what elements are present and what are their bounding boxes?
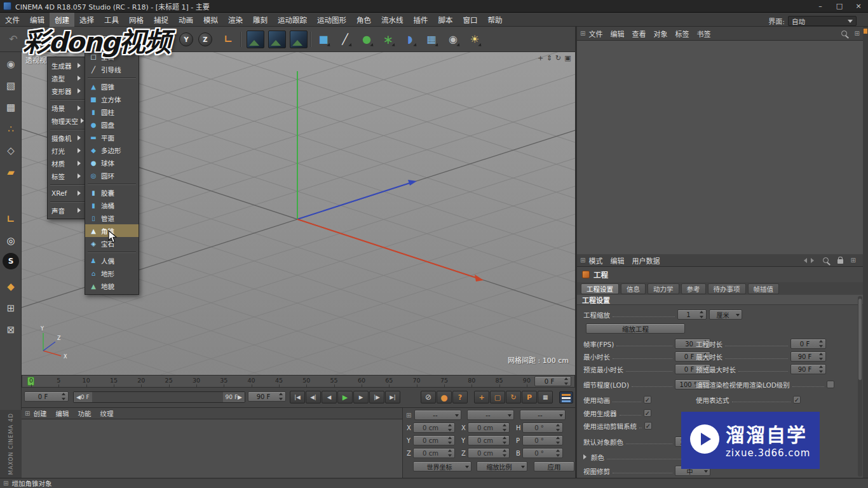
render-settings-button[interactable] bbox=[290, 30, 308, 48]
object-manager-menu-item[interactable]: 文件 bbox=[588, 29, 602, 39]
create-menu-item[interactable]: 声音 bbox=[48, 204, 87, 217]
object-manager-menu-item[interactable]: 书签 bbox=[696, 29, 710, 39]
lock-y-axis-button[interactable]: Y bbox=[179, 32, 193, 46]
object-menu-item[interactable]: ● 球体 bbox=[85, 156, 139, 169]
viewport-zoom-icon[interactable]: ⇕ bbox=[545, 54, 553, 62]
create-menu-item[interactable] bbox=[48, 200, 87, 204]
apply-button[interactable]: 应用 bbox=[534, 461, 574, 471]
coordinate-mode-dropdown[interactable]: 世界坐标 bbox=[413, 461, 471, 471]
object-menu-item[interactable]: ▲ 地貌 bbox=[85, 280, 139, 292]
object-manager-menu-item[interactable]: 标签 bbox=[675, 29, 689, 39]
size-field[interactable]: 0 cm bbox=[468, 423, 510, 433]
rotation-field[interactable]: 0 ° bbox=[522, 448, 563, 458]
maximize-button[interactable]: □ bbox=[830, 0, 849, 12]
interface-dropdown[interactable]: 自动 bbox=[788, 16, 857, 26]
object-menu-item[interactable] bbox=[85, 250, 139, 254]
next-frame-button[interactable]: ▶ bbox=[353, 391, 369, 403]
scrollbar-thumb[interactable] bbox=[858, 299, 862, 380]
go-to-start-button[interactable]: |◀ bbox=[290, 391, 305, 403]
go-to-end-button[interactable]: ▶| bbox=[385, 391, 400, 403]
menu-bar-item[interactable]: 流水线 bbox=[376, 13, 409, 27]
snap-settings-button[interactable]: S bbox=[3, 253, 19, 269]
object-manager-list[interactable] bbox=[577, 41, 863, 254]
menu-bar-item[interactable]: 运动图形 bbox=[312, 13, 351, 27]
menu-bar-item[interactable]: 动画 bbox=[173, 13, 198, 27]
keyframe-selection-button[interactable]: ? bbox=[452, 391, 468, 403]
render-lod-checkbox[interactable] bbox=[827, 381, 834, 388]
create-menu-item[interactable] bbox=[48, 127, 87, 132]
spinner[interactable] bbox=[818, 365, 824, 373]
create-menu-item[interactable]: 变形器 bbox=[48, 85, 87, 97]
spinner[interactable] bbox=[278, 393, 283, 400]
timeline-range-slider[interactable]: ◀ 0 F 90 F ▶ bbox=[73, 391, 245, 403]
viewport-solo-button[interactable]: ◎ bbox=[1, 231, 20, 250]
object-manager-menu-item[interactable]: 查看 bbox=[632, 29, 646, 39]
create-menu-item[interactable]: 造型 bbox=[48, 72, 87, 85]
size-mode-dropdown[interactable]: 缩放比例 bbox=[477, 461, 527, 471]
object-manager-menu-item[interactable]: 编辑 bbox=[610, 29, 624, 39]
points-mode-button[interactable]: ∴ bbox=[1, 119, 20, 139]
preview-max-input[interactable]: 90 F bbox=[790, 364, 826, 374]
create-menu-item[interactable]: 生成器 bbox=[48, 59, 87, 72]
spinner[interactable] bbox=[698, 311, 704, 318]
object-menu-item[interactable]: ⌂ 地形 bbox=[85, 267, 139, 280]
record-rotation-toggle[interactable]: ↻ bbox=[506, 391, 521, 403]
menu-bar-item[interactable]: 角色 bbox=[351, 13, 376, 27]
object-menu-item[interactable]: ▮ 油桶 bbox=[85, 199, 139, 212]
panel-grip-icon[interactable]: ⊞ bbox=[25, 410, 30, 417]
object-menu-item[interactable]: ▲ 圆锥 bbox=[85, 80, 139, 93]
material-menu-item[interactable]: 功能 bbox=[78, 409, 91, 418]
use-expressions-checkbox[interactable]: ✓ bbox=[793, 396, 801, 403]
current-frame-field[interactable]: 0 F bbox=[24, 391, 69, 402]
object-menu-item[interactable]: ◆ 多边形 bbox=[85, 144, 139, 156]
rotation-header-dropdown[interactable]: -- bbox=[520, 410, 566, 420]
position-field[interactable]: 0 cm bbox=[413, 423, 455, 433]
viewport-toggle-icon[interactable]: ▣ bbox=[564, 54, 572, 62]
range-end-handle[interactable]: 90 F ▶ bbox=[223, 392, 245, 402]
use-generators-checkbox[interactable]: ✓ bbox=[644, 409, 651, 417]
lock-workplane-button[interactable]: ⊠ bbox=[1, 320, 20, 339]
ruler-frame-field[interactable]: 0 F bbox=[534, 376, 571, 386]
object-menu-item[interactable]: ■ 立方体 bbox=[85, 93, 139, 105]
create-menu-item[interactable]: 灯光 bbox=[48, 144, 87, 157]
object-menu-item[interactable]: ▯ 管道 bbox=[85, 212, 139, 224]
attribute-menu-item[interactable]: 模式 bbox=[588, 255, 602, 266]
record-pla-toggle[interactable]: ▦ bbox=[538, 391, 553, 403]
panel-grip-icon[interactable]: ⊞ bbox=[851, 257, 856, 264]
previous-key-button[interactable]: ◀| bbox=[306, 391, 321, 403]
close-button[interactable]: × bbox=[849, 0, 868, 12]
object-menu-item[interactable]: ▮ 胶囊 bbox=[85, 186, 139, 199]
polygons-mode-button[interactable]: ▰ bbox=[1, 163, 20, 182]
render-view-button[interactable] bbox=[247, 30, 264, 48]
history-back-icon[interactable] bbox=[801, 258, 807, 263]
use-motion-system-checkbox[interactable]: ✓ bbox=[644, 422, 652, 430]
attribute-tab[interactable]: 动力学 bbox=[648, 283, 679, 294]
create-menu-item[interactable]: 材质 bbox=[48, 157, 87, 170]
attribute-tab[interactable]: 信息 bbox=[621, 283, 646, 294]
timeline-ruler[interactable]: 051015202530354045505560657075808590 0 F bbox=[22, 375, 575, 388]
record-parameter-toggle[interactable]: P bbox=[522, 391, 537, 403]
position-header-dropdown[interactable]: -- bbox=[414, 410, 461, 420]
attribute-tab[interactable]: 参考 bbox=[681, 283, 706, 294]
lock-icon[interactable] bbox=[837, 259, 843, 264]
expander-icon[interactable] bbox=[583, 454, 589, 459]
project-scale-unit-dropdown[interactable]: 厘米 bbox=[709, 309, 742, 320]
search-icon[interactable] bbox=[823, 257, 829, 263]
lock-z-axis-button[interactable]: Z bbox=[198, 32, 212, 46]
panel-tab-marker[interactable] bbox=[864, 29, 867, 34]
menu-bar-item[interactable]: 雕刻 bbox=[248, 13, 273, 27]
spinner[interactable] bbox=[818, 340, 824, 348]
project-duration-input[interactable]: 0 F bbox=[790, 339, 826, 349]
create-menu-item[interactable]: 标签 bbox=[48, 170, 87, 182]
project-scale-input[interactable]: 1 bbox=[677, 309, 707, 320]
enable-axis-button[interactable]: ∟ bbox=[1, 210, 20, 229]
menu-bar-item[interactable]: 运动跟踪 bbox=[273, 13, 312, 27]
scale-project-button[interactable]: 缩放工程 bbox=[586, 323, 685, 334]
previous-frame-button[interactable]: ◀ bbox=[322, 391, 337, 403]
menu-bar-item[interactable]: 模拟 bbox=[198, 13, 223, 27]
filter-icon[interactable]: ⊞ bbox=[855, 30, 860, 37]
make-editable-button[interactable]: ◉ bbox=[1, 55, 20, 74]
panel-grip-icon[interactable]: ⊞ bbox=[580, 30, 585, 37]
next-key-button[interactable]: |▶ bbox=[369, 391, 384, 403]
record-position-toggle[interactable]: + bbox=[474, 391, 489, 403]
